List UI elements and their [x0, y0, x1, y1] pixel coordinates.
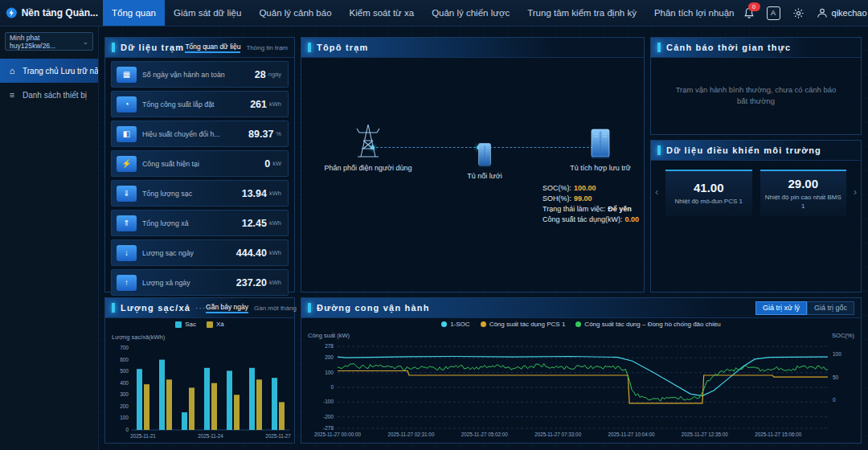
- curve-button-0[interactable]: Giá trị xử lý: [755, 301, 807, 315]
- panel-operation-curve: Đường cong vận hành Giá trị xử lýGiá trị…: [301, 297, 862, 444]
- stat-label: Lượng xả ngày: [142, 279, 236, 287]
- environment-metric-value: 29.00: [788, 177, 818, 190]
- svg-text:2025-11-27 12:35:00: 2025-11-27 12:35:00: [682, 432, 729, 437]
- sidebar-item-label: Trang chủ Lưu trữ năn...: [23, 67, 98, 76]
- topology-node-label: Tủ tích hợp lưu trữ: [557, 164, 644, 172]
- user-menu[interactable]: qikechao: [817, 7, 867, 18]
- nav-tab-5[interactable]: Trung tâm kiểm tra định kỳ: [518, 0, 645, 26]
- svg-text:-278: -278: [323, 425, 334, 431]
- panel-station-data: Dữ liệu trạm Tổng quan dữ liệuThông tin …: [104, 37, 295, 292]
- svg-text:0: 0: [330, 384, 334, 390]
- topology-body: SOC(%):100.00SOH(%):99.00Trạng thái làm …: [301, 57, 644, 292]
- line-left-axis-label: Công suất (kW): [308, 332, 350, 339]
- topology-metric-0: SOC(%):100.00: [542, 184, 639, 192]
- alerts-body: Trạm vận hành bình thường, chưa có cảnh …: [651, 57, 861, 134]
- stat-value: 444.40: [236, 248, 267, 259]
- svg-text:200: 200: [325, 354, 334, 360]
- charge-chart-body: SạcXả Lượng sạc/xả(kWh) 0100200300400500…: [105, 317, 294, 443]
- station-select[interactable]: Minh phat huy125kw/26... ⌄: [5, 32, 93, 51]
- settings-button[interactable]: [792, 7, 805, 19]
- station-data-tabs: Tổng quan dữ liệuThông tin trạm: [185, 43, 288, 53]
- charge-tab-1[interactable]: Gần một tháng: [254, 305, 297, 312]
- topology-metric-label: Công suất tác dụng(kW):: [542, 215, 623, 223]
- svg-text:700: 700: [120, 345, 129, 350]
- svg-text:2025-11-24: 2025-11-24: [198, 433, 223, 439]
- sidebar-item-1[interactable]: ≡Danh sách thiết bị: [0, 83, 98, 107]
- svg-text:2025-11-27 02:31:00: 2025-11-27 02:31:00: [387, 432, 435, 437]
- stat-unit: kW: [272, 160, 281, 167]
- topology-node-label: Phân phối điện người dùng: [316, 164, 420, 172]
- stat-label: Tổng lượng xả: [142, 219, 242, 227]
- svg-text:50: 50: [833, 374, 839, 380]
- nav-tab-6[interactable]: Phân tích lợi nhuận: [645, 0, 743, 26]
- sidebar: Minh phat huy125kw/26... ⌄ ⌂Trang chủ Lư…: [0, 26, 99, 450]
- charge-range-tabs: Gần bảy ngàyGần một tháng: [206, 303, 297, 313]
- stat-value: 237.20: [236, 277, 267, 288]
- nav-tab-2[interactable]: Quản lý cảnh báo: [250, 0, 340, 26]
- topology-metric-label: SOH(%):: [542, 194, 571, 202]
- carousel-next-icon[interactable]: ›: [854, 186, 857, 198]
- sidebar-item-0[interactable]: ⌂Trang chủ Lưu trữ năn...: [0, 59, 98, 83]
- svg-text:2025-11-27 00:00:00: 2025-11-27 00:00:00: [314, 432, 362, 437]
- legend-label: 1-SOC: [450, 321, 469, 328]
- stat-row-6: ↓Lượng sạc ngày444.40kWh: [111, 239, 289, 266]
- stat-row-0: ▦Số ngày vận hành an toàn28ngày: [111, 61, 289, 88]
- nav-tab-3[interactable]: Kiểm soát từ xa: [341, 0, 424, 26]
- user-icon: [817, 7, 828, 18]
- stat-value: 89.37: [248, 129, 273, 140]
- more-icon[interactable]: ···: [195, 304, 206, 313]
- stat-unit: kWh: [269, 100, 281, 108]
- legend-swatch: [441, 321, 447, 327]
- stat-label: Tổng lượng sạc: [142, 190, 242, 198]
- station-tab-0[interactable]: Tổng quan dữ liệu: [185, 43, 240, 53]
- operation-curve-line-chart: 2782001000-100-200-2781005002025-11-27 0…: [304, 342, 860, 441]
- nav-tab-4[interactable]: Quản lý chiến lược: [423, 0, 518, 26]
- nav-tab-1[interactable]: Giám sát dữ liệu: [165, 0, 250, 26]
- svg-text:400: 400: [120, 380, 129, 386]
- stat-row-5: ⇑Tổng lượng xả12.45kWh: [111, 210, 289, 236]
- panel-charge-discharge: Lượng sạc/xả ··· Gần bảy ngàyGần một thá…: [104, 297, 295, 444]
- charge-day-icon: ↓: [117, 245, 137, 261]
- stat-row-7: ↑Lượng xả ngày237.20kWh: [111, 269, 289, 296]
- panel-alerts: Cảnh báo thời gian thực Trạm vận hành bì…: [650, 37, 862, 135]
- svg-text:100: 100: [120, 415, 129, 420]
- topology-node-2: Tủ tích hợp lưu trữ: [557, 120, 644, 172]
- curve-button-1[interactable]: Giá trị gốc: [807, 301, 854, 315]
- notifications-button[interactable]: 0: [743, 7, 755, 19]
- line-legend-item-2[interactable]: Công suất tác dụng – Đồng hồ chống đảo c…: [575, 321, 720, 328]
- panel-title-topology: Tôpô trạm: [317, 43, 369, 52]
- topology-node-0: Phân phối điện người dùng: [316, 120, 420, 172]
- efficiency-icon: ◧: [117, 126, 137, 142]
- main-content: Dữ liệu trạm Tổng quan dữ liệuThông tin …: [98, 26, 868, 450]
- stat-unit: kWh: [269, 190, 281, 197]
- bar-chart-legend: SạcXả: [105, 321, 294, 328]
- home-icon: ⌂: [7, 66, 17, 76]
- top-bar: Nền tảng Quản... Tổng quanGiám sát dữ li…: [0, 0, 868, 27]
- stat-label: Lượng sạc ngày: [142, 249, 236, 257]
- charge-tab-0[interactable]: Gần bảy ngày: [206, 303, 248, 313]
- svg-text:0: 0: [125, 427, 129, 432]
- line-right-axis-label: SOC(%): [832, 332, 854, 339]
- environment-metric-value: 41.00: [694, 181, 724, 194]
- language-button[interactable]: A: [767, 6, 780, 20]
- bar-legend-item-0[interactable]: Sạc: [175, 321, 196, 328]
- legend-label: Xả: [216, 321, 224, 328]
- svg-text:278: 278: [325, 343, 334, 349]
- bar-legend-item-1[interactable]: Xả: [207, 321, 224, 328]
- gear-icon: [792, 7, 805, 19]
- svg-text:-100: -100: [323, 399, 334, 404]
- line-legend-item-0[interactable]: 1-SOC: [441, 321, 469, 328]
- panel-title-alerts: Cảnh báo thời gian thực: [666, 43, 791, 52]
- line-legend-item-1[interactable]: Công suất tác dụng PCS 1: [481, 321, 566, 328]
- station-tab-1[interactable]: Thông tin trạm: [246, 44, 288, 51]
- nav-tab-0[interactable]: Tổng quan: [103, 0, 165, 26]
- app-logo: Nền tảng Quản...: [0, 6, 98, 20]
- curve-chart-body: 1-SOCCông suất tác dụng PCS 1Công suất t…: [301, 317, 861, 443]
- topology-metric-2: Trạng thái làm việc:Để yên: [542, 205, 639, 213]
- stat-row-3: ⚡Công suất hiện tại0kW: [111, 150, 289, 177]
- carousel-prev-icon[interactable]: ‹: [655, 186, 658, 198]
- notification-badge: 0: [748, 2, 760, 11]
- topology-metric-label: SOC(%):: [542, 184, 571, 192]
- environment-metric-1: 29.00Nhiệt độ pin cao nhất BMS 1: [760, 170, 847, 216]
- stat-row-4: ⇓Tổng lượng sạc13.94kWh: [111, 180, 289, 207]
